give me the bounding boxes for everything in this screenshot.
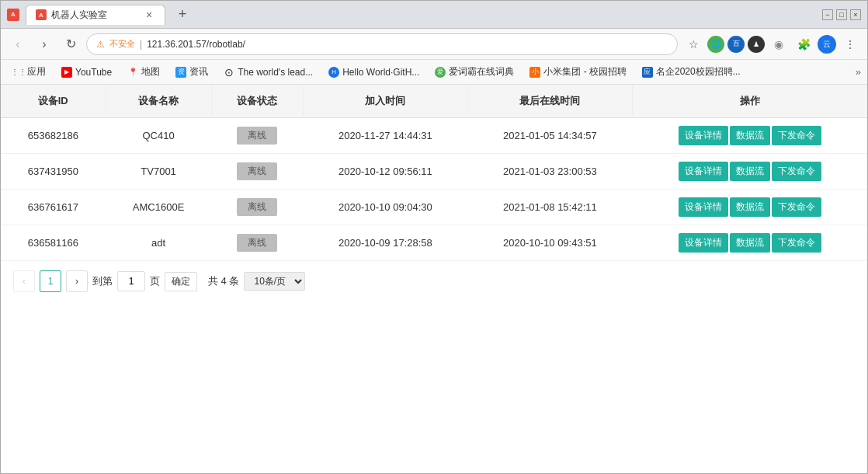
bookmark-map-label: 地图 bbox=[141, 65, 160, 78]
page-1-button[interactable]: 1 bbox=[40, 270, 61, 292]
maximize-button[interactable]: □ bbox=[836, 9, 847, 20]
table-row: 636581166adt离线2020-10-09 17:28:582020-10… bbox=[1, 225, 867, 261]
tab-site-icon: A bbox=[36, 9, 47, 20]
github-icon-2: H bbox=[328, 67, 339, 78]
extension-4[interactable]: ◉ bbox=[768, 33, 790, 55]
action-button[interactable]: 下发命令 bbox=[772, 197, 821, 217]
bookmark-github1[interactable]: ⊙ The world's lead... bbox=[217, 65, 319, 79]
active-tab[interactable]: A 机器人实验室 × bbox=[26, 5, 165, 25]
page-goto-input[interactable] bbox=[117, 271, 145, 291]
extension-2[interactable]: 百 bbox=[727, 36, 745, 53]
extension-3[interactable]: ♟ bbox=[748, 36, 765, 53]
github-icon-1: ⊙ bbox=[224, 67, 234, 78]
address-divider: | bbox=[140, 39, 142, 50]
action-button[interactable]: 设备详情 bbox=[679, 162, 728, 181]
extension-1[interactable]: 🌐 bbox=[707, 36, 724, 53]
action-button[interactable]: 数据流 bbox=[730, 197, 770, 217]
bookmark-youtube-label: YouTube bbox=[75, 67, 112, 78]
map-icon: 📍 bbox=[127, 67, 138, 78]
col-header-join-time: 加入时间 bbox=[303, 85, 467, 118]
total-count: 共 4 条 bbox=[208, 274, 239, 288]
tab-close-button[interactable]: × bbox=[143, 9, 155, 21]
campus-icon: 应 bbox=[642, 67, 653, 78]
title-bar: A A 机器人实验室 × + − □ × bbox=[1, 1, 867, 29]
bookmark-campus-label: 名企2020校园招聘... bbox=[656, 65, 741, 78]
pagination: ‹ 1 › 到第 页 确定 共 4 条 10条/页20条/页50条/页 bbox=[1, 261, 867, 301]
bookmark-xiaomi-label: 小米集团 - 校园招聘 bbox=[543, 65, 627, 78]
refresh-button[interactable]: ↻ bbox=[60, 33, 82, 55]
table-row: 653682186QC410离线2020-11-27 14:44:312021-… bbox=[1, 118, 867, 154]
bookmark-news-label: 资讯 bbox=[189, 65, 208, 78]
bookmark-xiaomi[interactable]: 小 小米集团 - 校园招聘 bbox=[523, 64, 633, 80]
device-table: 设备ID 设备名称 设备状态 加入时间 最后在线时间 操作 653682186Q… bbox=[1, 85, 867, 261]
action-button[interactable]: 数据流 bbox=[730, 233, 770, 253]
xiaomi-icon: 小 bbox=[529, 67, 540, 78]
bookmark-youtube[interactable]: ▶ YouTube bbox=[55, 65, 118, 79]
youtube-icon: ▶ bbox=[61, 67, 72, 78]
bookmark-campus[interactable]: 应 名企2020校园招聘... bbox=[636, 64, 747, 80]
status-badge: 离线 bbox=[237, 127, 277, 145]
bookmark-apps[interactable]: ⋮⋮ 应用 bbox=[7, 64, 52, 80]
prev-page-button[interactable]: ‹ bbox=[13, 270, 35, 292]
next-page-button[interactable]: › bbox=[66, 270, 88, 292]
minimize-button[interactable]: − bbox=[822, 9, 833, 20]
col-header-status: 设备状态 bbox=[211, 85, 303, 118]
bookmark-dict-label: 爱词霸在线词典 bbox=[449, 65, 514, 78]
close-button[interactable]: × bbox=[850, 9, 861, 20]
browser-window: A A 机器人实验室 × + − □ × ‹ › ↻ ⚠ 不安全 | 121.3… bbox=[0, 0, 868, 474]
dict-icon: 爱 bbox=[435, 67, 446, 78]
forward-button[interactable]: › bbox=[33, 33, 55, 55]
bookmark-map[interactable]: 📍 地图 bbox=[121, 64, 166, 80]
insecure-label: 不安全 bbox=[109, 38, 135, 50]
window-controls: − □ × bbox=[822, 9, 861, 20]
status-badge: 离线 bbox=[237, 198, 277, 216]
bookmark-github1-label: The world's lead... bbox=[238, 67, 313, 78]
action-button[interactable]: 设备详情 bbox=[679, 126, 728, 145]
goto-label: 到第 bbox=[92, 274, 113, 288]
bookmark-github2[interactable]: H Hello World·GitH... bbox=[322, 65, 425, 79]
bookmark-star-button[interactable]: ☆ bbox=[682, 33, 704, 55]
address-bar: ‹ › ↻ ⚠ 不安全 | 121.36.201.57/robotlab/ ☆ … bbox=[1, 29, 867, 60]
col-header-name: 设备名称 bbox=[106, 85, 212, 118]
action-button[interactable]: 数据流 bbox=[730, 126, 770, 145]
col-header-id: 设备ID bbox=[1, 85, 106, 118]
action-button[interactable]: 下发命令 bbox=[772, 162, 821, 181]
page-label: 页 bbox=[150, 274, 160, 288]
bookmark-news[interactable]: 资 资讯 bbox=[169, 64, 214, 80]
tab-title: 机器人实验室 bbox=[51, 9, 107, 22]
table-row: 636761617AMC1600E离线2020-10-10 09:04:3020… bbox=[1, 190, 867, 225]
address-text: 121.36.201.57/robotlab/ bbox=[147, 39, 245, 50]
profile-button[interactable]: 云 bbox=[818, 35, 836, 54]
news-icon: 资 bbox=[175, 67, 186, 78]
menu-button[interactable]: ⋮ bbox=[839, 33, 861, 55]
action-button[interactable]: 设备详情 bbox=[679, 197, 728, 217]
table-header-row: 设备ID 设备名称 设备状态 加入时间 最后在线时间 操作 bbox=[1, 85, 867, 118]
col-header-last-online: 最后在线时间 bbox=[467, 85, 632, 118]
lock-icon: ⚠ bbox=[96, 39, 105, 50]
new-tab-button[interactable]: + bbox=[172, 4, 193, 26]
bookmark-dict[interactable]: 爱 爱词霸在线词典 bbox=[429, 64, 520, 80]
confirm-page-button[interactable]: 确定 bbox=[165, 272, 197, 291]
page-size-select[interactable]: 10条/页20条/页50条/页 bbox=[244, 272, 305, 291]
address-right-actions: ☆ 🌐 百 ♟ ◉ 🧩 云 ⋮ bbox=[682, 33, 861, 55]
apps-icon: ⋮⋮ bbox=[13, 67, 24, 78]
table-row: 637431950TV7001离线2020-10-12 09:56:112021… bbox=[1, 154, 867, 190]
address-input[interactable]: ⚠ 不安全 | 121.36.201.57/robotlab/ bbox=[86, 33, 678, 55]
col-header-actions: 操作 bbox=[632, 85, 867, 118]
back-button[interactable]: ‹ bbox=[7, 33, 29, 55]
main-content: 设备ID 设备名称 设备状态 加入时间 最后在线时间 操作 653682186Q… bbox=[1, 85, 867, 473]
action-button[interactable]: 设备详情 bbox=[679, 233, 728, 253]
status-badge: 离线 bbox=[237, 234, 277, 252]
tab-favicon: A bbox=[7, 9, 19, 21]
action-button[interactable]: 数据流 bbox=[730, 162, 770, 181]
bookmarks-bar: ⋮⋮ 应用 ▶ YouTube 📍 地图 资 资讯 ⊙ The world's … bbox=[1, 60, 867, 85]
action-button[interactable]: 下发命令 bbox=[772, 126, 821, 145]
action-button[interactable]: 下发命令 bbox=[772, 233, 821, 253]
bookmarks-more-button[interactable]: » bbox=[856, 66, 861, 78]
extensions-button[interactable]: 🧩 bbox=[793, 33, 814, 55]
bookmark-github2-label: Hello World·GitH... bbox=[342, 67, 419, 78]
status-badge: 离线 bbox=[237, 162, 277, 180]
bookmark-apps-label: 应用 bbox=[27, 65, 46, 78]
